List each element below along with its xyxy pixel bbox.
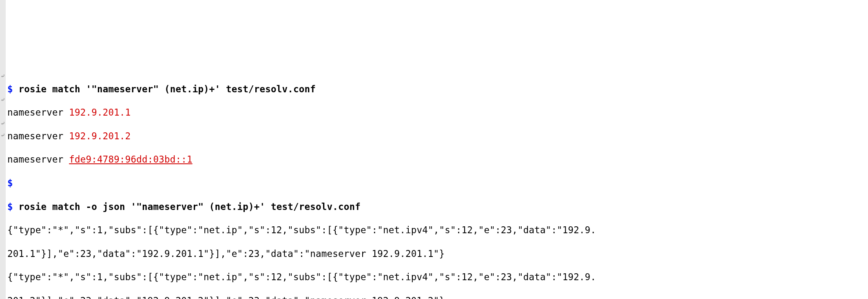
command-text: rosie match -o json '"nameserver" (net.i…	[19, 201, 361, 212]
command-text: rosie match '"nameserver" (net.ip)+' tes…	[19, 84, 316, 94]
ipv4-address: 192.9.201.1	[69, 107, 131, 118]
ipv4-address: 192.9.201.2	[69, 131, 131, 141]
wrap-marker-icon: ⤶	[0, 73, 5, 79]
empty-prompt-line: $	[7, 177, 868, 189]
json-output-line: 201.1"}],"e":23,"data":"192.9.201.1"}],"…	[7, 248, 868, 260]
wrap-marker-icon: ⤶	[0, 132, 5, 138]
output-line: nameserver 192.9.201.1	[7, 107, 868, 118]
wrap-marker-icon: ⤶	[0, 97, 5, 103]
json-output-line: 201.2"}],"e":23,"data":"192.9.201.2"}],"…	[7, 295, 868, 299]
json-output-line: {"type":"*","s":1,"subs":[{"type":"net.i…	[7, 224, 868, 236]
keyword: nameserver	[7, 154, 69, 165]
gutter: ⤶ ⤶ ⤶ ⤶	[0, 0, 6, 299]
prompt: $	[7, 201, 13, 212]
output-line: nameserver 192.9.201.2	[7, 130, 868, 142]
ipv6-address: fde9:4789:96dd:03bd::1	[69, 154, 192, 165]
wrap-marker-icon: ⤶	[0, 120, 5, 126]
json-output-line: {"type":"*","s":1,"subs":[{"type":"net.i…	[7, 271, 868, 283]
output-line: nameserver fde9:4789:96dd:03bd::1	[7, 154, 868, 165]
command-line: $ rosie match '"nameserver" (net.ip)+' t…	[7, 83, 868, 95]
keyword: nameserver	[7, 131, 69, 141]
prompt: $	[7, 178, 13, 188]
command-line: $ rosie match -o json '"nameserver" (net…	[7, 201, 868, 213]
prompt: $	[7, 84, 13, 94]
keyword: nameserver	[7, 107, 69, 118]
terminal-output[interactable]: $ rosie match '"nameserver" (net.ip)+' t…	[7, 71, 868, 299]
